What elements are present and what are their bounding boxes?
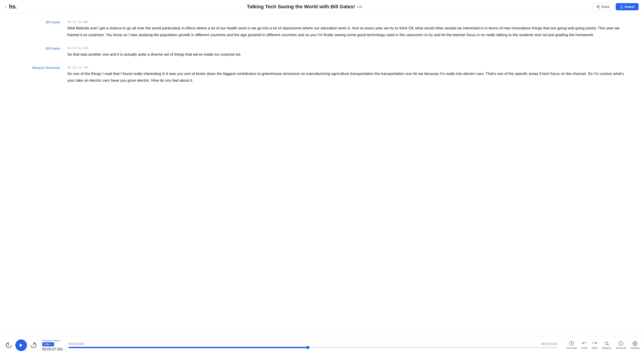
title-text: Talking Tech Saving the World with Bill … [247, 4, 355, 10]
export-label: Export [625, 5, 634, 8]
timestamp-1: 00:01:20.000 [67, 20, 626, 23]
speaker-col-3: Marques Brownlee [18, 66, 67, 84]
transcript-block-3: Marques Brownlee 00:02:14.300 So one of … [0, 66, 644, 84]
speaker-name-1[interactable]: Bill Gates [46, 20, 60, 24]
redo-label: Redo [592, 347, 598, 349]
skip-back-icon: 5 [6, 342, 12, 349]
timestamp-3: 00:02:14.300 [67, 66, 626, 69]
end-time: 00:10:27.043 [542, 342, 557, 346]
undo-button[interactable]: Undo [581, 341, 587, 349]
replace-label: Replace [602, 347, 611, 349]
progress-thumb[interactable] [306, 346, 310, 349]
progress-fill [68, 347, 308, 348]
shortcuts-label: Shortcuts [616, 347, 626, 349]
main-content: Bill Gates 00:01:20.000 Well Melinda and… [0, 13, 644, 336]
svg-point-1 [596, 6, 598, 7]
svg-text:5: 5 [33, 345, 34, 346]
transcript-block-1: Bill Gates 00:01:20.000 Well Melinda and… [0, 20, 644, 38]
settings-icon [632, 341, 638, 346]
share-icon [596, 5, 600, 8]
timecode-icon [569, 341, 574, 346]
content-col-1: 00:01:20.000 Well Melinda and I get a ch… [67, 20, 626, 38]
speed-badge[interactable]: 1.0x [42, 342, 54, 346]
replace-icon [604, 341, 609, 346]
export-icon [620, 5, 623, 8]
svg-text:5: 5 [8, 345, 9, 346]
edit-link[interactable]: edit [357, 5, 362, 8]
back-icon[interactable]: ‹ [6, 4, 7, 9]
svg-point-15 [634, 343, 636, 344]
replace-button[interactable]: Replace [602, 341, 611, 349]
playback-speed-section: Playback Speed 1.0x 00:05:07.561 [42, 339, 63, 351]
timestamp-2: 00:02:06.590 [67, 46, 626, 50]
export-button[interactable]: Export [616, 3, 638, 10]
progress-times: 00:00:00.000 00:10:27.043 [68, 342, 557, 346]
share-label: Share [601, 5, 610, 8]
speaker-col-2: Bill Gates [18, 46, 67, 58]
speaker-col-1: Bill Gates [18, 20, 67, 38]
settings-button[interactable]: Settings [630, 341, 640, 349]
toolbar-right: Timecode Undo Redo Replace Shortcuts [566, 341, 640, 349]
timecode-button[interactable]: Timecode [566, 341, 577, 349]
speaker-name-2[interactable]: Bill Gates [46, 46, 60, 50]
bottom-bar: 5 5 Playback Speed 1.0x 00:05:07.561 00:… [0, 336, 644, 354]
progress-section: 00:00:00.000 00:10:27.043 [68, 342, 557, 348]
page-title: Talking Tech Saving the World with Bill … [247, 4, 362, 10]
logo-text: hs. [9, 3, 17, 10]
skip-forward-icon: 5 [30, 342, 36, 349]
play-button[interactable] [15, 340, 27, 351]
shortcuts-button[interactable]: Shortcuts [616, 341, 626, 349]
transcript-text-2: So that was another one and it is actual… [67, 51, 626, 58]
header: ‹ hs. Talking Tech Saving the World with… [0, 0, 644, 13]
redo-button[interactable]: Redo [592, 341, 598, 349]
play-icon [19, 343, 24, 348]
content-col-2: 00:02:06.590 So that was another one and… [67, 46, 626, 58]
speed-value: 1.0x [44, 343, 49, 346]
transcript-text-3: So one of the things I read that I found… [67, 70, 626, 84]
transcript-block-2: Bill Gates 00:02:06.590 So that was anot… [0, 46, 644, 58]
start-time: 00:00:00.000 [68, 342, 84, 346]
redo-icon [592, 341, 597, 346]
header-actions: Share Export [592, 3, 638, 10]
svg-line-11 [608, 344, 609, 346]
speaker-name-3[interactable]: Marques Brownlee [32, 66, 60, 69]
skip-forward-button[interactable]: 5 [29, 341, 38, 350]
skip-back-button[interactable]: 5 [4, 341, 13, 350]
svg-line-4 [598, 6, 599, 6]
svg-point-0 [598, 5, 599, 6]
timecode-label: Timecode [566, 347, 577, 349]
undo-label: Undo [581, 347, 587, 349]
current-time-display: 00:05:07.561 [42, 347, 63, 351]
settings-label: Settings [630, 347, 640, 349]
logo-area[interactable]: ‹ hs. [6, 3, 17, 10]
chevron-down-icon [50, 343, 52, 346]
undo-icon [582, 341, 587, 346]
svg-marker-7 [20, 343, 23, 347]
content-col-3: 00:02:14.300 So one of the things I read… [67, 66, 626, 84]
share-button[interactable]: Share [592, 3, 613, 10]
svg-point-2 [598, 7, 599, 8]
transcript-text-1: Well Melinda and I get a chance to go al… [67, 25, 626, 38]
shortcuts-icon [618, 341, 623, 346]
progress-bar[interactable] [68, 347, 557, 348]
playback-controls: 5 5 [4, 340, 38, 351]
svg-line-3 [598, 7, 599, 8]
playback-speed-label: Playback Speed [42, 339, 60, 342]
